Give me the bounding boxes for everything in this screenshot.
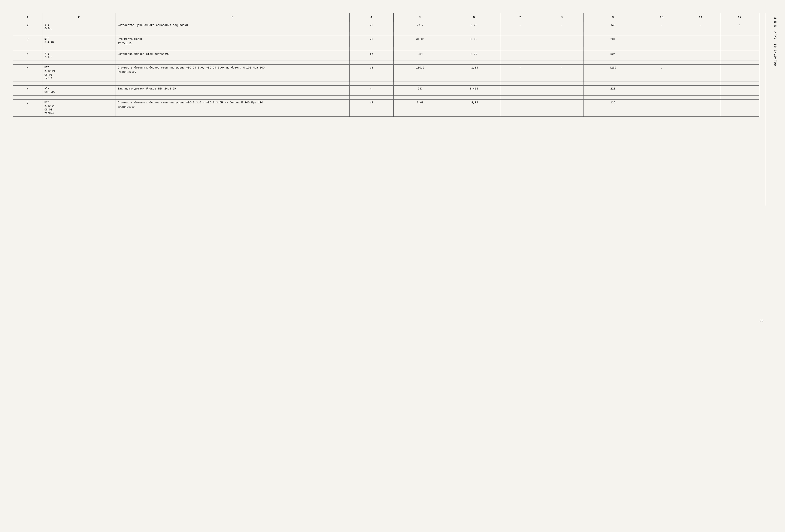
cell-col7 [501, 86, 540, 96]
cell-col11 [681, 65, 720, 82]
page-container: 1 2 3 4 5 6 7 8 9 10 11 12 28-1 6-3-сУст… [13, 13, 759, 519]
table-row: 6–"– Общ.ук.Закладные детали блоков ФБС-… [13, 86, 759, 96]
cell-col8: – [540, 22, 583, 32]
cell-col8: – [540, 65, 583, 82]
cell-col8 [540, 99, 583, 117]
cell-col10 [642, 51, 681, 61]
cell-col11 [681, 36, 720, 47]
cell-col5: 284 [394, 51, 447, 61]
cell-unit: м3 [350, 65, 394, 82]
header-col-9: 9 [583, 13, 642, 22]
cell-col11: – [681, 22, 720, 32]
cell-col5: 27,7 [394, 22, 447, 32]
header-col-3: 3 [116, 13, 350, 22]
header-col-8: 8 [540, 13, 583, 22]
cell-col6: 44,04 [447, 99, 501, 117]
spacer-row [13, 96, 759, 99]
cell-row-num: 6 [13, 86, 43, 96]
cell-col11 [681, 99, 720, 117]
cell-description: Установка блоков стен платформы [116, 51, 350, 61]
cell-col7 [501, 36, 540, 47]
header-col-11: 11 [681, 13, 720, 22]
spacer-row [13, 61, 759, 65]
cell-col6: 2,09 [447, 51, 501, 61]
cell-col9: 62 [583, 22, 642, 32]
cell-description: Закладные детали блоков ФБС-24.3.6Н [116, 86, 350, 96]
cell-col12: • [720, 22, 759, 32]
cell-col10 [642, 99, 681, 117]
main-table: 1 2 3 4 5 6 7 8 9 10 11 12 28-1 6-3-сУст… [13, 13, 759, 117]
header-col-5: 5 [394, 13, 447, 22]
cell-col9: 594 [583, 51, 642, 61]
cell-col12 [720, 86, 759, 96]
header-col-6: 6 [447, 13, 501, 22]
cell-col9: 4209 [583, 65, 642, 82]
cell-col5: 3,08 [394, 99, 447, 117]
cell-col9: 136 [583, 99, 642, 117]
cell-description: Устройство щебёночного основания под бло… [116, 22, 350, 32]
spacer-row [13, 47, 759, 51]
spacer-row [13, 32, 759, 36]
cell-col6: 2,25 [447, 22, 501, 32]
cell-col5: 100,6 [394, 65, 447, 82]
side-label-1: П.П.Р. [774, 15, 777, 27]
cell-col8 [540, 86, 583, 96]
cell-code: ЦТП п.4-46 [42, 36, 116, 47]
cell-unit: м3 [350, 99, 394, 117]
cell-col7: – [501, 51, 540, 61]
cell-col11 [681, 51, 720, 61]
cell-code: 7–2 7-1-2 [42, 51, 116, 61]
side-label-3: 601-07-5.84 [774, 44, 777, 66]
table-row: 5ЦТП п.12–21 06–08 таб.4Стоимость бетонн… [13, 65, 759, 82]
side-labels: П.П.Р. АМ.У 601-07-5.84 [766, 13, 785, 205]
table-row: 47–2 7-1-2Установка блоков стен платформ… [13, 51, 759, 61]
table-row: 7ЦТП п.12–22 06–08 табл.4Стоимость бетон… [13, 99, 759, 117]
header-col-1: 1 [13, 13, 43, 22]
cell-row-num: 2 [13, 22, 43, 32]
cell-col9: 281 [583, 36, 642, 47]
cell-col12 [720, 51, 759, 61]
cell-col8: – – [540, 51, 583, 61]
cell-col8 [540, 36, 583, 47]
table-row: 28-1 6-3-сУстройство щебёночного основан… [13, 22, 759, 32]
header-col-10: 10 [642, 13, 681, 22]
cell-row-num: 4 [13, 51, 43, 61]
cell-row-num: 3 [13, 36, 43, 47]
cell-col12 [720, 36, 759, 47]
cell-col6: 0,413 [447, 86, 501, 96]
cell-description: Стоимость щебня27,7x1.15 [116, 36, 350, 47]
cell-col5: 31,86 [394, 36, 447, 47]
cell-col10: . [642, 65, 681, 82]
cell-code: 8-1 6-3-с [42, 22, 116, 32]
cell-col12 [720, 99, 759, 117]
cell-row-num: 5 [13, 65, 43, 82]
cell-code: ЦТП п.12–22 06–08 табл.4 [42, 99, 116, 117]
header-col-4: 4 [350, 13, 394, 22]
cell-col9: 220 [583, 86, 642, 96]
cell-unit: шт [350, 51, 394, 61]
cell-col10 [642, 36, 681, 47]
header-col-7: 7 [501, 13, 540, 22]
cell-unit: кг [350, 86, 394, 96]
header-col-2: 2 [42, 13, 116, 22]
header-col-12: 12 [720, 13, 759, 22]
cell-unit: м3 [350, 22, 394, 32]
cell-col11 [681, 86, 720, 96]
cell-col10 [642, 86, 681, 96]
cell-unit: м3 [350, 36, 394, 47]
page-number: 29 [760, 319, 764, 323]
cell-col7 [501, 99, 540, 117]
cell-col12 [720, 65, 759, 82]
cell-code: ЦТП п.12–21 06–08 таб.4 [42, 65, 116, 82]
spacer-row [13, 82, 759, 86]
cell-row-num: 7 [13, 99, 43, 117]
side-label-2: АМ.У [774, 31, 777, 40]
cell-col7: – [501, 65, 540, 82]
cell-code: –"– Общ.ук. [42, 86, 116, 96]
cell-col10: – [642, 22, 681, 32]
table-row: 3ЦТП п.4-46Стоимость щебня27,7x1.15м331,… [13, 36, 759, 47]
cell-col6: 8,83 [447, 36, 501, 47]
cell-col6: 41,84 [447, 65, 501, 82]
cell-col5: 533 [394, 86, 447, 96]
cell-description: Стоимость бетонных блоков стен платформ:… [116, 65, 350, 82]
